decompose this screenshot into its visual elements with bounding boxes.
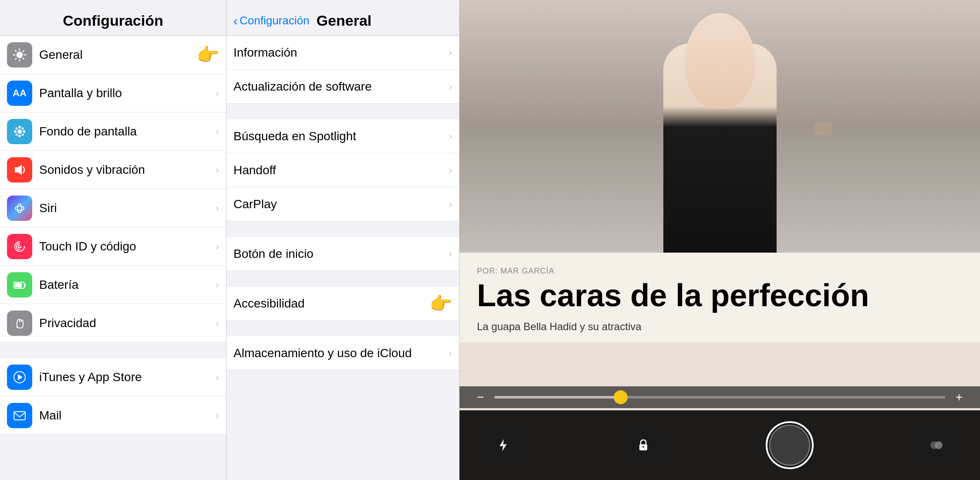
sidebar-item-privacidad[interactable]: Privacidad › (0, 304, 226, 342)
actualizacion-chevron: › (449, 81, 452, 93)
left-title: Configuración (9, 12, 217, 29)
svg-point-8 (22, 127, 24, 129)
fondo-icon (7, 119, 32, 144)
sidebar-item-siri[interactable]: Siri › (0, 189, 226, 227)
handoff-label: Handoff (233, 163, 449, 177)
touchid-label: Touch ID y código (39, 240, 212, 254)
pantalla-chevron: › (216, 87, 219, 99)
general-gap-3 (226, 271, 459, 287)
brightness-plus[interactable]: + (956, 390, 963, 404)
accesibilidad-pointer: 👉 (429, 293, 452, 314)
sidebar-item-mail[interactable]: Mail › (0, 396, 226, 435)
bateria-chevron: › (216, 279, 219, 291)
general-item-spotlight[interactable]: Búsqueda en Spotlight › (226, 119, 459, 153)
sidebar-item-bateria[interactable]: Batería › (0, 266, 226, 304)
general-item-carplay[interactable]: CarPlay › (226, 187, 459, 221)
figure-face (685, 13, 755, 109)
carplay-chevron: › (449, 198, 452, 210)
back-button[interactable]: Configuración (240, 14, 309, 27)
svg-rect-16 (14, 412, 25, 420)
general-label: General (39, 48, 193, 62)
sidebar-item-itunes[interactable]: iTunes y App Store › (0, 358, 226, 396)
magazine-text-area: POR: MAR GARCÍA Las caras de la perfecci… (460, 253, 980, 342)
slider-fill (494, 396, 621, 399)
privacidad-chevron: › (216, 317, 219, 329)
accesibilidad-label: Accesibilidad (233, 297, 426, 311)
back-chevron-icon: ‹ (233, 14, 238, 28)
svg-rect-15 (15, 283, 22, 287)
general-pointer: 👉 (196, 44, 219, 65)
itunes-icon (7, 365, 32, 390)
svg-point-0 (17, 52, 23, 58)
svg-point-9 (16, 133, 18, 135)
shutter-button[interactable] (766, 421, 814, 469)
magazine-subtitle: La guapa Bella Hadid y su atractiva (477, 319, 963, 334)
mail-label: Mail (39, 409, 212, 423)
spotlight-label: Búsqueda en Spotlight (233, 129, 449, 143)
right-photo-panel: POR: MAR GARCÍA Las caras de la perfecci… (460, 0, 980, 480)
svg-point-7 (22, 133, 24, 135)
actualizacion-label: Actualización de software (233, 80, 449, 94)
sonidos-chevron: › (216, 164, 219, 176)
left-settings-panel: Configuración General 👉 AA Pantalla y br… (0, 0, 226, 480)
general-gap-4 (226, 321, 459, 336)
shutter-inner (769, 425, 810, 466)
spotlight-chevron: › (449, 130, 452, 142)
slider-thumb[interactable] (614, 390, 628, 404)
lock-button[interactable] (626, 428, 661, 463)
lock-icon (635, 437, 651, 453)
touchid-icon (7, 234, 32, 259)
left-header: Configuración (0, 0, 226, 36)
siri-chevron: › (216, 202, 219, 214)
brightness-slider-bar: − + (460, 386, 980, 408)
general-item-accesibilidad[interactable]: Accesibilidad 👉 (226, 287, 459, 321)
svg-point-11 (15, 206, 24, 210)
general-settings-list: Información › Actualización de software … (226, 36, 459, 480)
settings-list: General 👉 AA Pantalla y brillo › (0, 36, 226, 480)
general-item-boton[interactable]: Botón de inicio › (226, 237, 459, 271)
svg-point-19 (642, 446, 644, 448)
svg-point-1 (17, 129, 22, 134)
filter-button[interactable] (919, 428, 954, 463)
slider-track[interactable] (494, 396, 945, 399)
flash-button[interactable] (486, 428, 520, 463)
magazine-title-text: Las caras de la perfección (477, 278, 869, 313)
mail-chevron: › (216, 409, 219, 422)
middle-general-panel: ‹ Configuración General Información › Ac… (226, 0, 460, 480)
magazine-title: Las caras de la perfección (477, 279, 963, 312)
sonidos-label: Sonidos y vibración (39, 163, 212, 177)
icloud-label: Almacenamiento y uso de iCloud (233, 346, 449, 360)
privacidad-icon (7, 311, 32, 336)
general-icon (7, 42, 32, 68)
fondo-chevron: › (216, 125, 219, 138)
filter-icon (928, 436, 945, 454)
bateria-icon (7, 272, 32, 297)
brightness-minus[interactable]: − (477, 390, 484, 404)
fondo-label: Fondo de pantalla (39, 125, 212, 139)
general-item-informacion[interactable]: Información › (226, 36, 459, 70)
svg-point-4 (14, 130, 17, 133)
svg-point-21 (935, 441, 943, 449)
middle-title: General (316, 12, 372, 29)
photo-top (460, 0, 980, 253)
icloud-chevron: › (449, 347, 452, 359)
sidebar-item-touchid[interactable]: Touch ID y código › (0, 227, 226, 266)
general-item-actualizacion[interactable]: Actualización de software › (226, 70, 459, 104)
mail-icon (7, 403, 32, 428)
svg-point-2 (18, 126, 21, 128)
handoff-chevron: › (449, 164, 452, 176)
general-item-handoff[interactable]: Handoff › (226, 153, 459, 187)
informacion-label: Información (233, 46, 449, 60)
svg-point-6 (16, 127, 18, 129)
general-item-icloud[interactable]: Almacenamiento y uso de iCloud › (226, 336, 459, 370)
bateria-label: Batería (39, 278, 212, 292)
sidebar-item-fondo[interactable]: Fondo de pantalla › (0, 112, 226, 151)
watch-detail (814, 122, 832, 135)
sidebar-item-pantalla[interactable]: AA Pantalla y brillo › (0, 74, 226, 112)
boton-label: Botón de inicio (233, 247, 449, 261)
sidebar-item-sonidos[interactable]: Sonidos y vibración › (0, 151, 226, 189)
informacion-chevron: › (449, 47, 452, 59)
boton-chevron: › (449, 248, 452, 260)
sidebar-item-general[interactable]: General 👉 (0, 36, 226, 74)
svg-marker-17 (500, 439, 507, 451)
